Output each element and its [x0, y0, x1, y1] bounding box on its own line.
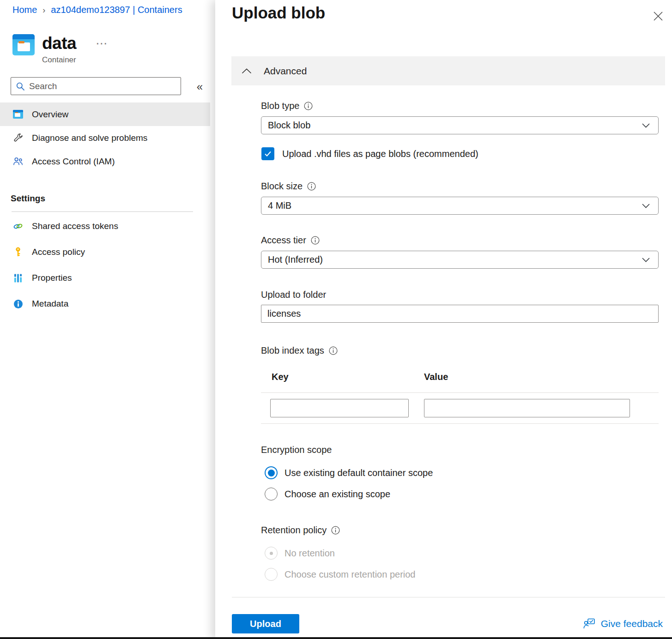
- info-icon[interactable]: [307, 182, 316, 191]
- tag-value-input[interactable]: [424, 399, 630, 417]
- radio-label: Choose custom retention period: [285, 569, 416, 580]
- advanced-label: Advanced: [264, 66, 307, 77]
- settings-menu: Shared access tokens Access policy: [0, 213, 210, 317]
- radio-disabled-selected-icon: [265, 547, 278, 560]
- radio-custom-retention: Choose custom retention period: [265, 568, 659, 581]
- blob-type-select[interactable]: Block blob: [261, 116, 659, 134]
- chevron-down-icon: [642, 204, 650, 208]
- blob-type-label: Blob type: [261, 100, 299, 111]
- radio-choose-existing-scope[interactable]: Choose an existing scope: [265, 488, 659, 500]
- give-feedback-label: Give feedback: [601, 618, 663, 629]
- panel-footer: Upload Give feedback: [232, 614, 663, 633]
- collapse-sidebar-icon[interactable]: «: [197, 80, 203, 93]
- more-options-icon[interactable]: ⋯: [96, 41, 109, 46]
- upload-button[interactable]: Upload: [232, 614, 299, 633]
- breadcrumb-home-link[interactable]: Home: [12, 5, 37, 15]
- feedback-icon: [583, 618, 596, 629]
- check-icon: [264, 151, 272, 157]
- wrench-icon: [13, 133, 23, 143]
- search-box[interactable]: [11, 77, 181, 95]
- advanced-section-header[interactable]: Advanced: [231, 56, 665, 85]
- page-subtitle: Container: [42, 55, 109, 65]
- encryption-scope-group: Encryption scope Use existing default co…: [261, 444, 659, 500]
- chevron-down-icon: [642, 258, 650, 262]
- block-size-value: 4 MiB: [268, 200, 291, 211]
- radio-unselected-icon[interactable]: [265, 488, 278, 500]
- give-feedback-link[interactable]: Give feedback: [583, 618, 663, 629]
- upload-to-folder-label: Upload to folder: [261, 289, 326, 300]
- retention-policy-label: Retention policy: [261, 524, 327, 536]
- search-input[interactable]: [29, 81, 176, 91]
- page-header: data ⋯ Container: [12, 34, 109, 65]
- breadcrumb-separator-icon: ›: [42, 6, 45, 15]
- info-icon: [13, 299, 23, 308]
- retention-policy-group: Retention policy No retention Choose cus…: [261, 524, 659, 581]
- info-icon[interactable]: [304, 102, 313, 110]
- sidebar-item-label: Access policy: [32, 247, 85, 257]
- radio-disabled-icon: [265, 568, 278, 581]
- radio-use-default-container-scope[interactable]: Use existing default container scope: [265, 466, 659, 479]
- sidebar-item-access-policy[interactable]: Access policy: [0, 239, 210, 265]
- footer-divider: [232, 597, 665, 597]
- container-overview-icon: [13, 110, 23, 119]
- vhd-page-blob-checkbox-row[interactable]: Upload .vhd files as page blobs (recomme…: [261, 147, 659, 160]
- breadcrumb-containers-link[interactable]: az104demo123897 | Containers: [51, 5, 182, 15]
- sidebar-item-label: Shared access tokens: [32, 221, 118, 231]
- access-tier-value: Hot (Inferred): [268, 254, 323, 265]
- tags-divider: [261, 392, 659, 393]
- info-icon[interactable]: [311, 236, 320, 245]
- settings-divider: [12, 211, 193, 212]
- sidebar-item-label: Overview: [32, 109, 68, 120]
- radio-label: Choose an existing scope: [285, 489, 390, 500]
- tags-divider: [261, 423, 659, 424]
- sidebar-item-metadata[interactable]: Metadata: [0, 291, 210, 317]
- block-size-label: Block size: [261, 181, 303, 192]
- tags-key-header: Key: [272, 372, 424, 382]
- access-tier-select[interactable]: Hot (Inferred): [261, 251, 659, 269]
- upload-blob-form: Blob type Block blob Upload .vhd files a…: [261, 85, 659, 581]
- sidebar-item-label: Properties: [32, 273, 72, 283]
- sidebar-item-label: Metadata: [32, 299, 68, 309]
- key-icon: [13, 247, 23, 257]
- vhd-checkbox-label: Upload .vhd files as page blobs (recomme…: [282, 149, 478, 159]
- upload-to-folder-input[interactable]: [261, 305, 659, 323]
- panel-title: Upload blob: [232, 4, 325, 22]
- radio-selected-icon[interactable]: [265, 466, 278, 479]
- sidebar-item-label: Diagnose and solve problems: [32, 133, 147, 143]
- block-size-select[interactable]: 4 MiB: [261, 197, 659, 215]
- sidebar-item-shared-access-tokens[interactable]: Shared access tokens: [0, 213, 210, 239]
- container-resource-icon: [12, 34, 35, 55]
- sidebar-item-access-control[interactable]: Access Control (IAM): [0, 150, 210, 173]
- blob-type-value: Block blob: [268, 120, 310, 131]
- sidebar-item-overview[interactable]: Overview: [0, 102, 210, 126]
- radio-label: No retention: [285, 548, 335, 559]
- window-bottom-border: [0, 637, 672, 639]
- blob-index-tags-label: Blob index tags: [261, 345, 324, 356]
- search-icon: [16, 82, 25, 91]
- sidebar-menu: Overview Diagnose and solve problems Acc…: [0, 102, 210, 173]
- people-icon: [13, 157, 23, 166]
- tags-value-header: Value: [424, 372, 448, 382]
- tags-table-header: Key Value: [261, 372, 659, 382]
- vhd-page-blob-checkbox[interactable]: [261, 147, 274, 160]
- radio-label: Use existing default container scope: [285, 468, 433, 478]
- upload-blob-panel: Upload blob Advanced Blob type Block blo…: [215, 0, 672, 639]
- tag-key-input[interactable]: [270, 399, 409, 417]
- sidebar-item-label: Access Control (IAM): [32, 157, 115, 167]
- settings-group-header: Settings: [11, 193, 45, 204]
- tags-input-row: [261, 399, 659, 417]
- sidebar-item-diagnose[interactable]: Diagnose and solve problems: [0, 126, 210, 150]
- info-icon[interactable]: [329, 346, 338, 355]
- chevron-up-icon: [242, 68, 252, 74]
- radio-no-retention: No retention: [265, 547, 659, 560]
- sliders-icon: [13, 273, 23, 283]
- info-icon[interactable]: [331, 526, 340, 535]
- breadcrumb: Home›az104demo123897 | Containers: [12, 5, 182, 15]
- page-title: data: [42, 34, 76, 53]
- encryption-scope-label: Encryption scope: [261, 444, 332, 455]
- chevron-down-icon: [642, 123, 650, 128]
- sidebar-item-properties[interactable]: Properties: [0, 265, 210, 291]
- link-icon: [13, 222, 23, 231]
- close-icon[interactable]: [651, 9, 665, 23]
- sidebar-search-row: «: [11, 77, 205, 95]
